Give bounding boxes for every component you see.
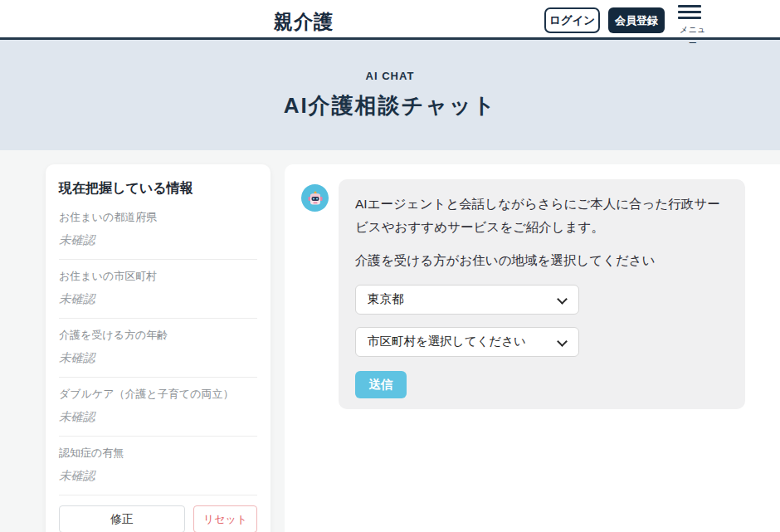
info-field-double-care: ダブルケア（介護と子育ての両立） 未確認 <box>59 378 257 437</box>
info-field-value: 未確認 <box>59 232 257 248</box>
info-field-label: お住まいの市区町村 <box>59 269 257 284</box>
bot-message-intro: AIエージェントと会話しながらさらにご本人に合った行政サービスやおすすめサービス… <box>355 193 729 239</box>
info-field-value: 未確認 <box>59 468 257 484</box>
chevron-down-icon <box>557 294 568 305</box>
bot-message-prompt: 介護を受ける方がお住いの地域を選択してください <box>355 249 729 272</box>
known-info-card: 現在把握している情報 お住まいの都道府県 未確認 お住まいの市区町村 未確認 介… <box>46 164 271 532</box>
info-field-prefecture: お住まいの都道府県 未確認 <box>59 201 257 260</box>
edit-button[interactable]: 修正 <box>59 505 185 532</box>
page-title: AI介護相談チャット <box>284 91 496 120</box>
main-content: 現在把握している情報 お住まいの都道府県 未確認 お住まいの市区町村 未確認 介… <box>0 150 780 532</box>
signup-button[interactable]: 会員登録 <box>608 7 665 33</box>
bot-message-bubble: AIエージェントと会話しながらさらにご本人に合った行政サービスやおすすめサービス… <box>339 179 745 409</box>
info-field-dementia: 認知症の有無 未確認 <box>59 437 257 495</box>
info-field-value: 未確認 <box>59 350 257 366</box>
menu-label: メニュー <box>680 25 706 47</box>
prefecture-select-value: 東京都 <box>368 291 404 307</box>
info-field-label: 介護を受ける方の年齢 <box>59 328 257 343</box>
info-field-value: 未確認 <box>59 409 257 425</box>
robot-icon <box>307 190 324 207</box>
info-field-label: お住まいの都道府県 <box>59 210 257 225</box>
reset-button[interactable]: リセット <box>193 505 257 532</box>
hero-banner: AI CHAT AI介護相談チャット <box>0 40 780 150</box>
menu-button[interactable]: メニュー <box>678 5 708 49</box>
info-card-actions: 修正 リセット <box>59 505 257 532</box>
known-info-title: 現在把握している情報 <box>59 180 257 198</box>
city-select[interactable]: 市区町村を選択してください <box>355 327 579 357</box>
city-select-value: 市区町村を選択してください <box>368 334 526 349</box>
info-field-age: 介護を受ける方の年齢 未確認 <box>59 319 257 378</box>
bot-avatar <box>301 184 329 212</box>
hamburger-icon <box>678 5 708 19</box>
hero-eyebrow: AI CHAT <box>366 70 415 82</box>
chat-panel: AIエージェントと会話しながらさらにご本人に合った行政サービスやおすすめサービス… <box>285 164 780 532</box>
site-logo[interactable]: 親介護 <box>274 9 334 35</box>
info-field-label: ダブルケア（介護と子育ての両立） <box>59 387 257 402</box>
info-field-value: 未確認 <box>59 291 257 307</box>
info-field-label: 認知症の有無 <box>59 446 257 461</box>
prefecture-select[interactable]: 東京都 <box>355 285 579 315</box>
send-button[interactable]: 送信 <box>355 371 407 398</box>
chevron-down-icon <box>557 336 568 347</box>
login-button[interactable]: ログイン <box>544 7 600 33</box>
info-field-city: お住まいの市区町村 未確認 <box>59 260 257 319</box>
header: 親介護 ログイン 会員登録 メニュー <box>0 0 780 40</box>
